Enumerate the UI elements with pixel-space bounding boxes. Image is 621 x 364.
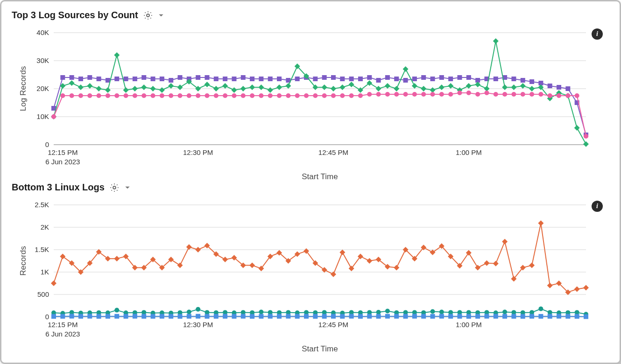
chart-title: Bottom 3 Linux Logs [12, 182, 105, 193]
svg-rect-273 [529, 314, 534, 319]
svg-rect-268 [484, 314, 489, 319]
svg-text:10K: 10K [36, 112, 49, 120]
svg-rect-64 [457, 75, 462, 80]
svg-point-121 [430, 92, 435, 97]
svg-text:20K: 20K [36, 84, 49, 92]
svg-rect-48 [313, 77, 318, 81]
svg-rect-54 [367, 75, 372, 80]
svg-rect-32 [169, 78, 173, 83]
svg-point-130 [511, 92, 516, 97]
svg-text:0: 0 [45, 313, 49, 321]
svg-point-176 [196, 307, 200, 312]
svg-text:Records: Records [19, 246, 28, 275]
info-icon[interactable]: i [592, 201, 603, 212]
svg-rect-260 [412, 314, 417, 319]
svg-point-106 [295, 93, 300, 98]
svg-point-139 [113, 186, 116, 189]
svg-rect-57 [394, 77, 399, 81]
svg-point-102 [259, 93, 263, 98]
svg-rect-43 [268, 77, 273, 81]
svg-rect-246 [286, 314, 290, 319]
svg-rect-228 [124, 314, 128, 319]
svg-rect-28 [133, 77, 137, 81]
svg-rect-60 [421, 75, 426, 80]
svg-point-136 [565, 93, 570, 98]
svg-point-80 [60, 93, 65, 98]
svg-point-135 [557, 93, 561, 98]
svg-rect-242 [250, 314, 254, 319]
svg-rect-243 [259, 314, 263, 319]
svg-rect-229 [133, 314, 137, 319]
svg-rect-220 [51, 314, 56, 319]
svg-text:1K: 1K [41, 268, 49, 276]
svg-point-81 [70, 93, 74, 98]
svg-rect-26 [114, 77, 119, 81]
chart-top-log-sources: Top 3 Log Sources by Count i 010K20K30K4… [12, 10, 609, 182]
chevron-down-icon[interactable] [158, 12, 164, 19]
svg-rect-231 [151, 314, 155, 319]
svg-rect-74 [548, 84, 552, 88]
svg-point-94 [187, 93, 191, 98]
svg-rect-226 [106, 314, 110, 319]
svg-point-104 [277, 93, 282, 98]
info-icon[interactable]: i [592, 28, 603, 40]
svg-rect-270 [502, 314, 507, 319]
chart-canvas-2: 05001K1.5K2K2.5KRecords12:15 PM12:30 PM1… [12, 196, 605, 354]
svg-point-105 [286, 93, 290, 98]
svg-rect-277 [565, 314, 570, 319]
svg-point-206 [466, 310, 471, 315]
svg-point-89 [141, 93, 146, 98]
svg-point-91 [160, 93, 164, 98]
svg-point-82 [78, 93, 83, 98]
svg-text:Start Time: Start Time [302, 172, 338, 181]
svg-rect-46 [295, 77, 300, 81]
gear-icon[interactable] [143, 10, 153, 21]
chart-canvas-1: 010K20K30K40KLog Records12:15 PM12:30 PM… [12, 23, 605, 182]
svg-rect-258 [394, 314, 399, 319]
svg-point-111 [340, 93, 345, 98]
chevron-down-icon[interactable] [124, 184, 131, 191]
svg-text:30K: 30K [36, 56, 49, 64]
svg-text:12:30 PM: 12:30 PM [183, 148, 213, 156]
svg-point-86 [114, 93, 119, 98]
svg-rect-40 [241, 75, 246, 80]
svg-point-218 [575, 310, 579, 315]
svg-point-88 [133, 93, 137, 98]
svg-rect-20 [60, 75, 65, 80]
svg-text:Start Time: Start Time [302, 344, 338, 353]
svg-point-124 [457, 91, 462, 95]
svg-rect-71 [521, 78, 525, 83]
chart-title: Top 3 Log Sources by Count [12, 10, 138, 21]
svg-rect-238 [214, 314, 219, 319]
svg-point-107 [304, 93, 309, 98]
svg-rect-221 [60, 314, 65, 319]
chart-header: Bottom 3 Linux Logs [12, 182, 609, 193]
svg-rect-265 [457, 314, 462, 319]
svg-rect-274 [538, 314, 543, 319]
svg-point-129 [502, 92, 507, 97]
svg-rect-230 [141, 314, 146, 319]
svg-point-137 [575, 93, 579, 98]
svg-rect-72 [529, 79, 534, 84]
svg-point-110 [331, 93, 336, 98]
svg-point-131 [521, 92, 525, 97]
svg-rect-248 [304, 314, 309, 319]
svg-point-95 [196, 93, 200, 98]
svg-rect-65 [466, 75, 471, 80]
svg-point-85 [106, 93, 110, 98]
svg-rect-24 [97, 77, 101, 81]
svg-point-97 [214, 93, 219, 98]
svg-rect-279 [584, 315, 588, 319]
gear-icon[interactable] [109, 182, 120, 193]
svg-point-119 [412, 92, 417, 97]
svg-rect-245 [277, 314, 282, 319]
svg-rect-247 [295, 314, 300, 319]
svg-point-203 [439, 309, 444, 314]
svg-point-96 [205, 93, 209, 98]
svg-point-183 [259, 309, 263, 314]
svg-point-133 [538, 92, 543, 97]
svg-point-126 [475, 92, 480, 97]
svg-point-115 [376, 92, 381, 97]
svg-rect-261 [421, 314, 426, 319]
svg-rect-50 [331, 75, 336, 80]
